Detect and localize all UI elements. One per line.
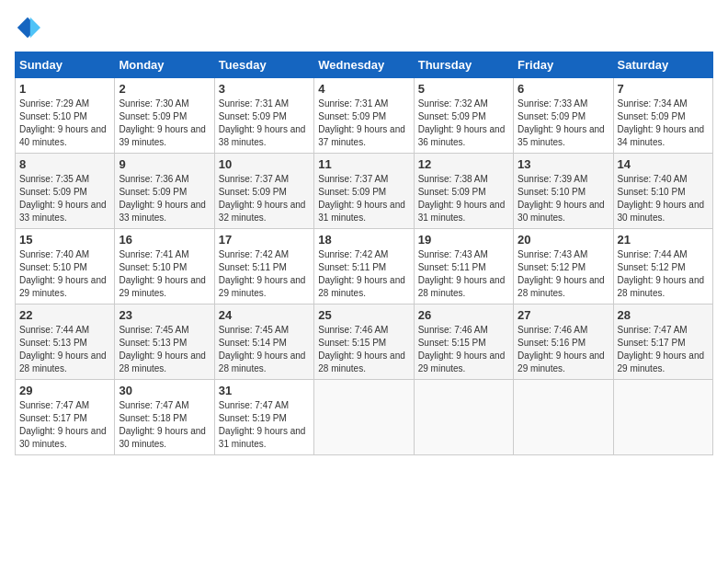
- calendar-cell: 29 Sunrise: 7:47 AMSunset: 5:17 PMDaylig…: [16, 380, 115, 455]
- day-info: Sunrise: 7:33 AMSunset: 5:09 PMDaylight:…: [518, 98, 605, 147]
- day-number: 11: [318, 157, 409, 171]
- header-row: SundayMondayTuesdayWednesdayThursdayFrid…: [16, 52, 713, 78]
- week-row-4: 22 Sunrise: 7:44 AMSunset: 5:13 PMDaylig…: [16, 304, 713, 380]
- day-number: 13: [518, 157, 609, 171]
- calendar-cell: 30 Sunrise: 7:47 AMSunset: 5:18 PMDaylig…: [115, 380, 214, 455]
- calendar-cell: 28 Sunrise: 7:47 AMSunset: 5:17 PMDaylig…: [613, 304, 712, 380]
- day-info: Sunrise: 7:41 AMSunset: 5:10 PMDaylight:…: [119, 249, 206, 298]
- col-header-saturday: Saturday: [613, 52, 712, 78]
- day-number: 7: [618, 82, 709, 96]
- day-number: 30: [119, 384, 210, 397]
- calendar-cell: 26 Sunrise: 7:46 AMSunset: 5:15 PMDaylig…: [414, 304, 513, 380]
- day-info: Sunrise: 7:34 AMSunset: 5:09 PMDaylight:…: [618, 98, 705, 147]
- calendar-cell: 23 Sunrise: 7:45 AMSunset: 5:13 PMDaylig…: [115, 304, 214, 380]
- day-info: Sunrise: 7:40 AMSunset: 5:10 PMDaylight:…: [19, 249, 107, 298]
- calendar-table: SundayMondayTuesdayWednesdayThursdayFrid…: [15, 52, 713, 455]
- svg-marker-1: [30, 17, 40, 38]
- calendar-cell: 19 Sunrise: 7:43 AMSunset: 5:11 PMDaylig…: [414, 229, 513, 304]
- day-info: Sunrise: 7:29 AMSunset: 5:10 PMDaylight:…: [19, 98, 107, 147]
- day-number: 6: [518, 82, 609, 96]
- day-info: Sunrise: 7:43 AMSunset: 5:11 PMDaylight:…: [418, 249, 506, 298]
- calendar-cell: [613, 380, 712, 455]
- day-number: 24: [219, 308, 310, 322]
- day-number: 16: [119, 233, 210, 247]
- day-info: Sunrise: 7:44 AMSunset: 5:12 PMDaylight:…: [618, 249, 705, 298]
- day-info: Sunrise: 7:36 AMSunset: 5:09 PMDaylight:…: [119, 174, 206, 223]
- day-info: Sunrise: 7:42 AMSunset: 5:11 PMDaylight:…: [219, 249, 306, 298]
- col-header-tuesday: Tuesday: [214, 52, 313, 78]
- calendar-cell: 27 Sunrise: 7:46 AMSunset: 5:16 PMDaylig…: [514, 304, 613, 380]
- calendar-cell: 7 Sunrise: 7:34 AMSunset: 5:09 PMDayligh…: [613, 78, 712, 154]
- week-row-2: 8 Sunrise: 7:35 AMSunset: 5:09 PMDayligh…: [16, 154, 713, 229]
- calendar-cell: 12 Sunrise: 7:38 AMSunset: 5:09 PMDaylig…: [414, 154, 513, 229]
- day-info: Sunrise: 7:46 AMSunset: 5:16 PMDaylight:…: [518, 325, 605, 373]
- header: [15, 15, 713, 40]
- day-number: 12: [418, 157, 509, 171]
- calendar-cell: 31 Sunrise: 7:47 AMSunset: 5:19 PMDaylig…: [214, 380, 313, 455]
- day-info: Sunrise: 7:44 AMSunset: 5:13 PMDaylight:…: [19, 325, 107, 373]
- day-number: 28: [618, 308, 709, 322]
- day-number: 8: [19, 157, 110, 171]
- day-number: 2: [119, 82, 210, 96]
- day-number: 10: [219, 157, 310, 171]
- day-info: Sunrise: 7:45 AMSunset: 5:13 PMDaylight:…: [119, 325, 206, 373]
- day-info: Sunrise: 7:47 AMSunset: 5:17 PMDaylight:…: [618, 325, 705, 373]
- day-number: 25: [318, 308, 409, 322]
- calendar-cell: 10 Sunrise: 7:37 AMSunset: 5:09 PMDaylig…: [214, 154, 313, 229]
- day-info: Sunrise: 7:32 AMSunset: 5:09 PMDaylight:…: [418, 98, 506, 147]
- day-info: Sunrise: 7:46 AMSunset: 5:15 PMDaylight:…: [418, 325, 506, 373]
- week-row-1: 1 Sunrise: 7:29 AMSunset: 5:10 PMDayligh…: [16, 78, 713, 154]
- calendar-cell: 9 Sunrise: 7:36 AMSunset: 5:09 PMDayligh…: [115, 154, 214, 229]
- logo-icon: [15, 15, 40, 40]
- day-number: 14: [618, 157, 709, 171]
- calendar-cell: 11 Sunrise: 7:37 AMSunset: 5:09 PMDaylig…: [314, 154, 414, 229]
- day-number: 3: [219, 82, 310, 96]
- col-header-monday: Monday: [115, 52, 214, 78]
- day-number: 31: [219, 384, 310, 397]
- day-number: 22: [19, 308, 110, 322]
- day-number: 23: [119, 308, 210, 322]
- day-number: 4: [318, 82, 409, 96]
- col-header-sunday: Sunday: [16, 52, 115, 78]
- calendar-cell: 22 Sunrise: 7:44 AMSunset: 5:13 PMDaylig…: [16, 304, 115, 380]
- day-info: Sunrise: 7:39 AMSunset: 5:10 PMDaylight:…: [518, 174, 605, 223]
- day-number: 15: [19, 233, 110, 247]
- calendar-cell: 13 Sunrise: 7:39 AMSunset: 5:10 PMDaylig…: [514, 154, 613, 229]
- calendar-cell: 16 Sunrise: 7:41 AMSunset: 5:10 PMDaylig…: [115, 229, 214, 304]
- day-number: 18: [318, 233, 409, 247]
- calendar-cell: [314, 380, 414, 455]
- calendar-cell: 20 Sunrise: 7:43 AMSunset: 5:12 PMDaylig…: [514, 229, 613, 304]
- calendar-cell: 17 Sunrise: 7:42 AMSunset: 5:11 PMDaylig…: [214, 229, 313, 304]
- day-number: 19: [418, 233, 509, 247]
- calendar-cell: 15 Sunrise: 7:40 AMSunset: 5:10 PMDaylig…: [16, 229, 115, 304]
- logo: [15, 15, 44, 40]
- day-info: Sunrise: 7:38 AMSunset: 5:09 PMDaylight:…: [418, 174, 506, 223]
- calendar-cell: 21 Sunrise: 7:44 AMSunset: 5:12 PMDaylig…: [613, 229, 712, 304]
- day-info: Sunrise: 7:30 AMSunset: 5:09 PMDaylight:…: [119, 98, 206, 147]
- day-info: Sunrise: 7:35 AMSunset: 5:09 PMDaylight:…: [19, 174, 107, 223]
- col-header-thursday: Thursday: [414, 52, 513, 78]
- calendar-cell: 8 Sunrise: 7:35 AMSunset: 5:09 PMDayligh…: [16, 154, 115, 229]
- day-info: Sunrise: 7:46 AMSunset: 5:15 PMDaylight:…: [318, 325, 405, 373]
- col-header-friday: Friday: [514, 52, 613, 78]
- day-number: 20: [518, 233, 609, 247]
- day-info: Sunrise: 7:47 AMSunset: 5:17 PMDaylight:…: [19, 400, 107, 449]
- day-info: Sunrise: 7:40 AMSunset: 5:10 PMDaylight:…: [618, 174, 705, 223]
- day-number: 26: [418, 308, 509, 322]
- calendar-cell: 18 Sunrise: 7:42 AMSunset: 5:11 PMDaylig…: [314, 229, 414, 304]
- day-number: 21: [618, 233, 709, 247]
- day-info: Sunrise: 7:43 AMSunset: 5:12 PMDaylight:…: [518, 249, 605, 298]
- calendar-cell: [414, 380, 513, 455]
- day-number: 17: [219, 233, 310, 247]
- day-number: 5: [418, 82, 509, 96]
- day-number: 9: [119, 157, 210, 171]
- day-info: Sunrise: 7:45 AMSunset: 5:14 PMDaylight:…: [219, 325, 306, 373]
- week-row-3: 15 Sunrise: 7:40 AMSunset: 5:10 PMDaylig…: [16, 229, 713, 304]
- calendar-cell: 4 Sunrise: 7:31 AMSunset: 5:09 PMDayligh…: [314, 78, 414, 154]
- day-info: Sunrise: 7:47 AMSunset: 5:19 PMDaylight:…: [219, 400, 306, 449]
- day-info: Sunrise: 7:31 AMSunset: 5:09 PMDaylight:…: [318, 98, 405, 147]
- calendar-cell: 25 Sunrise: 7:46 AMSunset: 5:15 PMDaylig…: [314, 304, 414, 380]
- calendar-cell: [514, 380, 613, 455]
- calendar-cell: 5 Sunrise: 7:32 AMSunset: 5:09 PMDayligh…: [414, 78, 513, 154]
- calendar-cell: 24 Sunrise: 7:45 AMSunset: 5:14 PMDaylig…: [214, 304, 313, 380]
